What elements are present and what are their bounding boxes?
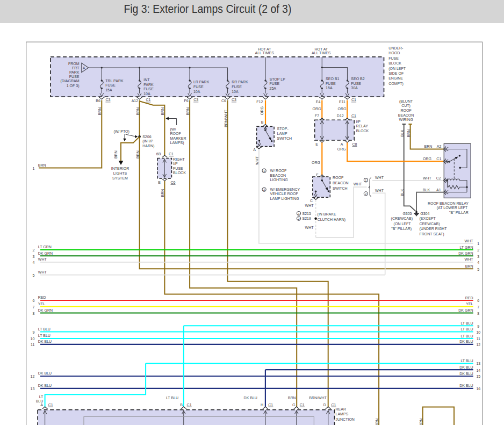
svg-text:1: 1 (263, 169, 265, 172)
svg-text:LR PARK: LR PARK (193, 80, 210, 84)
svg-text:BRN: BRN (186, 107, 190, 116)
svg-text:LT GRN: LT GRN (459, 246, 473, 249)
svg-text:1: 1 (298, 212, 299, 215)
svg-text:LAMPS): LAMPS) (170, 141, 184, 145)
svg-text:ORG: ORG (260, 106, 264, 115)
svg-text:WHT: WHT (305, 226, 314, 229)
svg-text:DK BLU: DK BLU (459, 384, 473, 387)
svg-text:BEACON: BEACON (398, 113, 414, 117)
svg-text:WHT: WHT (305, 204, 314, 207)
svg-text:FUSE: FUSE (388, 56, 399, 60)
svg-text:15A: 15A (326, 86, 333, 90)
svg-text:A12: A12 (132, 99, 139, 103)
svg-text:3: 3 (477, 255, 479, 258)
svg-text:REAR: REAR (336, 407, 346, 411)
svg-text:C1: C1 (300, 403, 305, 407)
svg-text:B: B (158, 181, 161, 184)
svg-text:10: 10 (31, 337, 35, 341)
svg-text:"B" PILLAR): "B" PILLAR) (391, 227, 412, 231)
svg-text:15A: 15A (105, 88, 112, 92)
svg-text:C1: C1 (187, 403, 192, 407)
svg-text:1 OF 3): 1 OF 3) (67, 84, 80, 88)
svg-text:2: 2 (263, 188, 265, 191)
svg-text:PARK: PARK (69, 70, 80, 74)
svg-text:WHT: WHT (465, 239, 474, 243)
svg-text:E11: E11 (339, 100, 345, 104)
svg-text:C6: C6 (171, 181, 176, 184)
svg-text:ORG: ORG (337, 147, 346, 151)
svg-text:LT BLU: LT BLU (460, 334, 473, 338)
svg-text:F6: F6 (184, 99, 188, 103)
svg-text:(CREWCAB): (CREWCAB) (391, 217, 413, 221)
svg-text:COMPT): COMPT) (388, 82, 404, 86)
svg-text:ROOF BEACON RELAY: ROOF BEACON RELAY (428, 201, 469, 205)
svg-text:10: 10 (476, 330, 480, 334)
svg-text:C1: C1 (436, 157, 441, 161)
svg-text:5: 5 (32, 273, 34, 277)
svg-text:W/ EMERGENCY: W/ EMERGENCY (270, 188, 300, 191)
svg-text:W/ ROOF: W/ ROOF (270, 169, 287, 172)
svg-text:WHT: WHT (465, 257, 474, 261)
svg-text:A: A (341, 142, 343, 146)
svg-text:DK BLU: DK BLU (244, 396, 257, 400)
svg-text:C1: C1 (169, 152, 174, 156)
svg-text:HOT AT: HOT AT (314, 47, 328, 51)
svg-text:(UNDER RIGHT: (UNDER RIGHT (420, 227, 448, 231)
svg-text:2: 2 (32, 248, 34, 252)
svg-text:F7: F7 (315, 114, 319, 118)
svg-text:15: 15 (476, 374, 480, 378)
svg-text:ORG: ORG (338, 107, 347, 111)
svg-text:RELAY: RELAY (356, 124, 368, 128)
svg-text:LT BLU: LT BLU (166, 396, 178, 400)
svg-text:BLK: BLK (400, 189, 404, 196)
svg-text:S206: S206 (142, 135, 151, 139)
svg-text:FRT: FRT (72, 66, 80, 70)
svg-text:BRN: BRN (161, 107, 164, 116)
svg-text:DK GRN: DK GRN (38, 251, 53, 255)
svg-text:FROM: FROM (68, 62, 80, 66)
svg-text:BRN: BRN (407, 129, 411, 138)
svg-text:PARK: PARK (143, 83, 154, 87)
svg-text:LT BLU: LT BLU (460, 359, 473, 363)
svg-text:C3: C3 (232, 98, 236, 102)
svg-text:2: 2 (477, 248, 479, 252)
svg-text:LT GRN: LT GRN (38, 245, 52, 249)
svg-text:1: 1 (32, 167, 34, 170)
svg-text:BRN: BRN (424, 145, 433, 148)
svg-text:FUSE: FUSE (105, 83, 116, 87)
svg-text:WIRING: WIRING (399, 118, 413, 121)
svg-text:B: B (180, 403, 183, 407)
svg-text:ALL TIMES: ALL TIMES (255, 51, 274, 55)
svg-text:A2: A2 (437, 145, 442, 148)
svg-text:INT: INT (143, 78, 150, 82)
svg-text:ROOF: ROOF (400, 109, 411, 112)
svg-text:BRN/WHT: BRN/WHT (309, 396, 327, 400)
svg-text:RR PARK: RR PARK (232, 80, 248, 84)
svg-text:LAMPS: LAMPS (336, 412, 349, 416)
svg-text:11: 11 (477, 337, 480, 341)
svg-text:LAMP LIGHTING: LAMP LIGHTING (270, 197, 299, 200)
svg-text:DK BLU: DK BLU (38, 371, 52, 375)
svg-text:3: 3 (32, 255, 34, 258)
svg-text:S219: S219 (303, 217, 311, 220)
svg-text:YEL: YEL (38, 302, 45, 306)
svg-text:13: 13 (31, 387, 35, 391)
svg-text:C1: C1 (351, 98, 356, 102)
svg-text:HOT AT: HOT AT (258, 47, 271, 51)
svg-text:DK GRN: DK GRN (458, 308, 473, 312)
svg-text:10A: 10A (143, 92, 150, 96)
svg-text:9: 9 (477, 325, 479, 328)
svg-text:S215: S215 (303, 212, 311, 215)
svg-text:STOP LP: STOP LP (270, 77, 286, 81)
svg-text:SEO B2: SEO B2 (351, 77, 364, 81)
svg-text:FRONT SEAT): FRONT SEAT) (420, 232, 444, 236)
svg-text:C: C (310, 199, 313, 203)
svg-text:B6: B6 (96, 99, 100, 103)
svg-text:(IN I/P: (IN I/P (142, 139, 153, 143)
svg-text:FUSE: FUSE (270, 82, 280, 85)
svg-text:FUSE: FUSE (326, 82, 336, 85)
svg-text:G305: G305 (402, 212, 412, 215)
svg-text:11: 11 (31, 343, 34, 347)
svg-text:DK GRN: DK GRN (458, 251, 473, 255)
svg-text:WHT: WHT (38, 257, 47, 261)
